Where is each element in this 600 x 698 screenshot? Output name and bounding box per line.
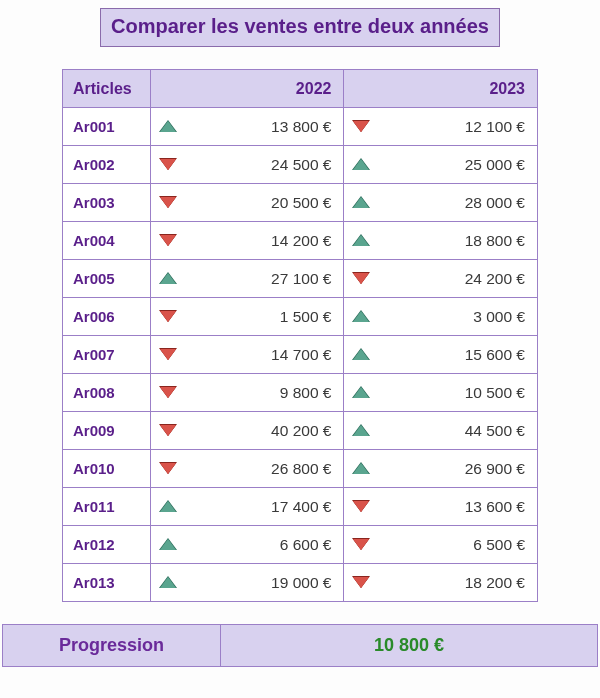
triangle-up-icon — [352, 424, 370, 438]
triangle-down-icon — [159, 310, 177, 324]
value-year-1: 1 500 € — [177, 308, 332, 326]
cell-year-1: 13 800 € — [150, 108, 344, 146]
triangle-down-icon — [159, 424, 177, 438]
header-articles: Articles — [63, 70, 151, 108]
table-row: Ar00414 200 €18 800 € — [63, 222, 538, 260]
triangle-up-icon — [159, 576, 177, 590]
table-row: Ar00113 800 €12 100 € — [63, 108, 538, 146]
article-code: Ar012 — [63, 526, 151, 564]
triangle-down-icon — [159, 196, 177, 210]
cell-year-1: 26 800 € — [150, 450, 344, 488]
cell-year-1: 6 600 € — [150, 526, 344, 564]
value-year-1: 24 500 € — [177, 156, 332, 174]
triangle-up-icon — [159, 500, 177, 514]
triangle-down-icon — [159, 348, 177, 362]
page-title-bar: Comparer les ventes entre deux années — [100, 8, 500, 47]
triangle-down-icon — [352, 576, 370, 590]
cell-year-2: 25 000 € — [344, 146, 538, 184]
article-code: Ar011 — [63, 488, 151, 526]
value-year-2: 13 600 € — [370, 498, 525, 516]
value-year-2: 26 900 € — [370, 460, 525, 478]
value-year-1: 14 700 € — [177, 346, 332, 364]
cell-year-1: 24 500 € — [150, 146, 344, 184]
value-year-1: 9 800 € — [177, 384, 332, 402]
value-year-1: 20 500 € — [177, 194, 332, 212]
triangle-up-icon — [352, 462, 370, 476]
triangle-down-icon — [352, 272, 370, 286]
cell-year-1: 14 700 € — [150, 336, 344, 374]
value-year-2: 25 000 € — [370, 156, 525, 174]
article-code: Ar010 — [63, 450, 151, 488]
article-code: Ar009 — [63, 412, 151, 450]
value-year-2: 18 200 € — [370, 574, 525, 592]
triangle-down-icon — [159, 462, 177, 476]
cell-year-1: 20 500 € — [150, 184, 344, 222]
value-year-1: 27 100 € — [177, 270, 332, 288]
table-row: Ar00224 500 €25 000 € — [63, 146, 538, 184]
table-row: Ar0061 500 €3 000 € — [63, 298, 538, 336]
cell-year-2: 3 000 € — [344, 298, 538, 336]
table-row: Ar00714 700 €15 600 € — [63, 336, 538, 374]
article-code: Ar004 — [63, 222, 151, 260]
value-year-1: 26 800 € — [177, 460, 332, 478]
table-row: Ar01319 000 €18 200 € — [63, 564, 538, 602]
value-year-2: 6 500 € — [370, 536, 525, 554]
value-year-2: 24 200 € — [370, 270, 525, 288]
triangle-up-icon — [159, 120, 177, 134]
article-code: Ar007 — [63, 336, 151, 374]
article-code: Ar003 — [63, 184, 151, 222]
cell-year-1: 1 500 € — [150, 298, 344, 336]
table-row: Ar00320 500 €28 000 € — [63, 184, 538, 222]
value-year-2: 28 000 € — [370, 194, 525, 212]
table-row: Ar01026 800 €26 900 € — [63, 450, 538, 488]
value-year-2: 3 000 € — [370, 308, 525, 326]
cell-year-2: 13 600 € — [344, 488, 538, 526]
triangle-up-icon — [352, 310, 370, 324]
progression-value: 10 800 € — [221, 625, 597, 666]
triangle-up-icon — [159, 538, 177, 552]
cell-year-2: 6 500 € — [344, 526, 538, 564]
cell-year-2: 28 000 € — [344, 184, 538, 222]
table-row: Ar0089 800 €10 500 € — [63, 374, 538, 412]
cell-year-2: 15 600 € — [344, 336, 538, 374]
value-year-1: 6 600 € — [177, 536, 332, 554]
value-year-1: 13 800 € — [177, 118, 332, 136]
cell-year-2: 18 800 € — [344, 222, 538, 260]
cell-year-2: 24 200 € — [344, 260, 538, 298]
cell-year-2: 26 900 € — [344, 450, 538, 488]
triangle-up-icon — [352, 234, 370, 248]
table-row: Ar01117 400 €13 600 € — [63, 488, 538, 526]
page-title: Comparer les ventes entre deux années — [111, 15, 489, 37]
article-code: Ar006 — [63, 298, 151, 336]
cell-year-2: 12 100 € — [344, 108, 538, 146]
value-year-1: 14 200 € — [177, 232, 332, 250]
header-year-1: 2022 — [150, 70, 344, 108]
header-year-2: 2023 — [344, 70, 538, 108]
cell-year-2: 18 200 € — [344, 564, 538, 602]
triangle-up-icon — [159, 272, 177, 286]
value-year-1: 17 400 € — [177, 498, 332, 516]
article-code: Ar001 — [63, 108, 151, 146]
triangle-up-icon — [352, 196, 370, 210]
value-year-2: 44 500 € — [370, 422, 525, 440]
triangle-down-icon — [159, 386, 177, 400]
cell-year-2: 44 500 € — [344, 412, 538, 450]
value-year-1: 40 200 € — [177, 422, 332, 440]
sales-table: Articles 2022 2023 Ar00113 800 €12 100 €… — [62, 69, 538, 602]
article-code: Ar002 — [63, 146, 151, 184]
triangle-up-icon — [352, 158, 370, 172]
cell-year-2: 10 500 € — [344, 374, 538, 412]
cell-year-1: 27 100 € — [150, 260, 344, 298]
triangle-down-icon — [352, 120, 370, 134]
progression-bar: Progression 10 800 € — [2, 624, 598, 667]
value-year-1: 19 000 € — [177, 574, 332, 592]
triangle-down-icon — [352, 500, 370, 514]
table-row: Ar00527 100 €24 200 € — [63, 260, 538, 298]
cell-year-1: 40 200 € — [150, 412, 344, 450]
cell-year-1: 14 200 € — [150, 222, 344, 260]
cell-year-1: 9 800 € — [150, 374, 344, 412]
triangle-down-icon — [159, 158, 177, 172]
table-row: Ar00940 200 €44 500 € — [63, 412, 538, 450]
triangle-up-icon — [352, 386, 370, 400]
table-header-row: Articles 2022 2023 — [63, 70, 538, 108]
